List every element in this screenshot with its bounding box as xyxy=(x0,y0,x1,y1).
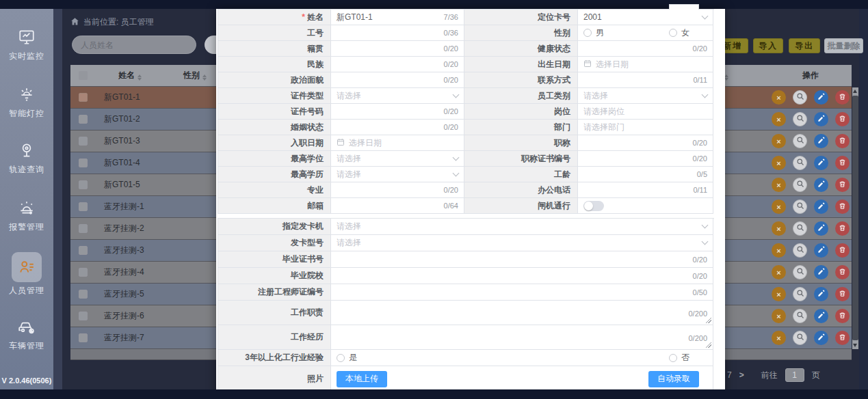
row-checkbox[interactable] xyxy=(79,333,88,342)
delete-button[interactable] xyxy=(835,331,850,345)
text-input[interactable]: 新GT01-17/36 xyxy=(331,10,464,25)
delete-button[interactable] xyxy=(835,178,850,192)
sort-icon[interactable] xyxy=(202,74,207,81)
photo-buttons-cell[interactable]: 本地上传自动录取 xyxy=(331,366,713,392)
row-checkbox[interactable] xyxy=(79,159,88,167)
cancel-card-button[interactable]: × xyxy=(772,265,786,279)
text-input[interactable]: 0/20 xyxy=(331,104,464,120)
table-scrollbar[interactable] xyxy=(852,87,858,349)
view-button[interactable] xyxy=(793,221,807,236)
edit-button[interactable] xyxy=(814,331,828,345)
radio-option[interactable]: 否 xyxy=(669,352,689,363)
delete-button[interactable] xyxy=(835,221,850,236)
edit-button[interactable] xyxy=(814,200,828,214)
next-page-button[interactable]: > xyxy=(739,370,744,380)
gate-pass-toggle-cell[interactable] xyxy=(578,198,713,214)
edit-button[interactable] xyxy=(814,112,828,126)
view-button[interactable] xyxy=(793,200,807,214)
radio-option[interactable]: 男 xyxy=(583,27,604,39)
select-input[interactable]: 请选择 xyxy=(331,151,464,167)
edit-button[interactable] xyxy=(814,309,828,323)
text-input[interactable]: 0/50 xyxy=(331,284,713,301)
sidebar-item-2[interactable]: 智能灯控 xyxy=(0,85,53,120)
text-input[interactable]: 请选择岗位 xyxy=(578,104,713,120)
scroll-up-arrow-icon[interactable] xyxy=(853,90,857,93)
edit-button[interactable] xyxy=(814,265,828,279)
sidebar-item-1[interactable]: 实时监控 xyxy=(0,28,53,62)
edit-button[interactable] xyxy=(814,178,828,192)
cancel-card-button[interactable]: × xyxy=(772,287,786,301)
delete-button[interactable] xyxy=(835,90,850,105)
text-input[interactable]: 0/20 xyxy=(331,57,464,72)
view-button[interactable] xyxy=(793,309,807,323)
row-checkbox[interactable] xyxy=(79,137,88,146)
radio-option[interactable]: 是 xyxy=(337,352,357,363)
text-input[interactable]: 0/20 xyxy=(578,41,713,57)
delete-button[interactable] xyxy=(835,156,850,170)
view-button[interactable] xyxy=(793,265,807,279)
resize-handle-icon[interactable] xyxy=(706,318,711,323)
batch-delete-button[interactable]: 批量删除 xyxy=(824,38,863,53)
row-checkbox[interactable] xyxy=(79,268,88,277)
radio-option[interactable]: 女 xyxy=(669,27,689,39)
view-button[interactable] xyxy=(793,112,807,126)
select-input[interactable]: 请选择 xyxy=(331,167,464,182)
date-input[interactable]: 选择日期 xyxy=(331,135,464,151)
row-checkbox[interactable] xyxy=(79,202,88,211)
delete-button[interactable] xyxy=(835,265,850,279)
sidebar-item-3[interactable]: 轨迹查询 xyxy=(0,141,53,176)
delete-button[interactable] xyxy=(835,243,850,258)
select-all-checkbox[interactable] xyxy=(79,71,88,80)
delete-button[interactable] xyxy=(835,134,850,148)
cancel-card-button[interactable]: × xyxy=(772,331,786,345)
delete-button[interactable] xyxy=(835,309,850,323)
delete-button[interactable] xyxy=(835,200,850,214)
select-input[interactable]: 2001 xyxy=(578,10,713,25)
select-input[interactable]: 请选择 xyxy=(331,219,713,235)
search-input[interactable] xyxy=(72,36,196,54)
view-button[interactable] xyxy=(793,134,807,148)
goto-page-input[interactable] xyxy=(785,368,804,382)
resize-handle-icon[interactable] xyxy=(706,342,711,348)
export-button[interactable]: 导出 xyxy=(789,38,820,53)
text-input[interactable]: 0/20 xyxy=(331,72,464,88)
scroll-down-arrow-icon[interactable] xyxy=(853,344,857,347)
cancel-card-button[interactable]: × xyxy=(772,178,786,192)
scrollbar-thumb[interactable] xyxy=(852,96,858,340)
select-input[interactable]: 请选择 xyxy=(331,88,464,104)
view-button[interactable] xyxy=(793,243,807,258)
text-input[interactable]: 0/5 xyxy=(578,167,713,182)
select-input[interactable]: 请选择 xyxy=(578,88,713,104)
cancel-card-button[interactable]: × xyxy=(772,221,786,236)
text-input[interactable]: 0/20 xyxy=(578,135,713,151)
view-button[interactable] xyxy=(793,178,807,192)
row-checkbox[interactable] xyxy=(79,93,88,102)
search-button-fragment[interactable] xyxy=(205,36,217,54)
text-input[interactable]: 0/20 xyxy=(331,268,713,284)
edit-button[interactable] xyxy=(814,90,828,105)
cancel-card-button[interactable]: × xyxy=(772,134,786,148)
text-input[interactable]: 0/36 xyxy=(331,25,464,41)
row-checkbox[interactable] xyxy=(79,224,88,233)
cancel-card-button[interactable]: × xyxy=(772,200,786,214)
row-checkbox[interactable] xyxy=(79,180,88,189)
textarea-input[interactable]: 0/200 xyxy=(331,301,713,325)
text-input[interactable]: 0/20 xyxy=(331,41,464,57)
text-input[interactable]: 0/64 xyxy=(331,198,464,214)
sidebar-item-4[interactable]: 报警管理 xyxy=(0,199,53,233)
row-checkbox[interactable] xyxy=(79,312,88,320)
cancel-card-button[interactable]: × xyxy=(772,156,786,170)
date-input[interactable]: 选择日期 xyxy=(578,57,713,72)
cancel-card-button[interactable]: × xyxy=(772,243,786,258)
gate-pass-toggle[interactable] xyxy=(583,201,604,211)
view-button[interactable] xyxy=(793,331,807,345)
row-checkbox[interactable] xyxy=(79,246,88,255)
text-input[interactable]: 0/20 xyxy=(331,120,464,135)
textarea-input[interactable]: 0/200 xyxy=(331,325,713,350)
view-button[interactable] xyxy=(793,156,807,170)
text-input[interactable]: 0/11 xyxy=(578,182,713,198)
edit-button[interactable] xyxy=(814,134,828,148)
cancel-card-button[interactable]: × xyxy=(772,309,786,323)
text-input[interactable]: 0/20 xyxy=(331,182,464,198)
text-input[interactable]: 0/11 xyxy=(578,72,713,88)
